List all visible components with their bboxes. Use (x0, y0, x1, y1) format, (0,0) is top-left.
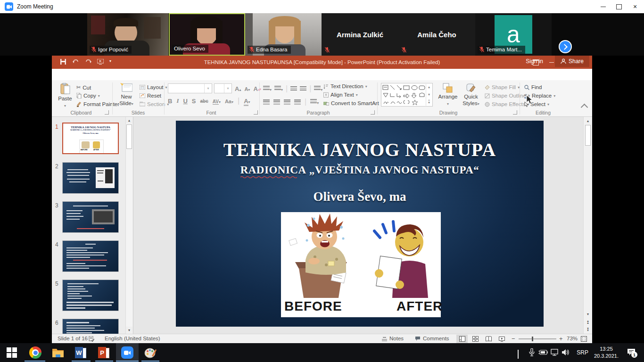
arrange-button[interactable]: Arrange▾ (437, 83, 459, 107)
font-name-combo[interactable]: ▾ (168, 83, 212, 93)
bullets-button[interactable]: ▾ (263, 84, 272, 93)
participant-tile-olivero[interactable]: Olivero Sevo (169, 13, 245, 56)
slide-sorter-view-button[interactable] (470, 335, 481, 343)
align-center-button[interactable] (273, 99, 280, 105)
fit-to-window-button[interactable] (581, 336, 587, 342)
paint-taskbar-icon[interactable] (144, 346, 157, 359)
action-center-icon[interactable]: 1 (627, 348, 636, 356)
zoom-in-button[interactable]: + (559, 334, 563, 343)
previous-slide-button[interactable]: ▴▴ (585, 319, 591, 325)
underline-button[interactable]: U (183, 98, 187, 105)
powerpoint-taskbar-icon[interactable]: P (98, 347, 109, 358)
cut-button[interactable]: ✂ Cut (76, 84, 91, 90)
redo-button[interactable] (85, 59, 91, 65)
share-button[interactable]: Share (555, 56, 589, 67)
participant-tile-igor[interactable]: Igor Popović (87, 13, 168, 56)
decrease-indent-button[interactable] (290, 86, 297, 91)
italic-button[interactable]: I (176, 97, 179, 105)
change-case-button[interactable]: Aa▾ (225, 97, 233, 105)
columns-button[interactable]: ▾ (310, 98, 319, 106)
scroll-down-arrow[interactable]: ▾ (126, 327, 132, 333)
reading-view-button[interactable] (483, 335, 494, 343)
justify-button[interactable] (294, 99, 301, 105)
align-right-button[interactable] (284, 99, 290, 105)
normal-view-button[interactable] (456, 335, 468, 343)
find-button[interactable]: Find (524, 84, 542, 90)
before-after-image[interactable]: BEFORE AFTER (281, 212, 441, 317)
shapes-gallery[interactable]: ▴▾▾ (381, 83, 433, 107)
align-text-button[interactable]: Align Text▾ (323, 92, 358, 98)
notes-toggle[interactable]: Notes (382, 334, 404, 343)
section-button[interactable]: Section▾ (140, 101, 169, 107)
zoom-taskbar-icon[interactable] (121, 346, 133, 359)
line-spacing-button[interactable]: ▾ (314, 84, 322, 93)
drawing-dialog-launcher[interactable] (513, 110, 517, 115)
slide-show-button[interactable] (496, 335, 507, 343)
tray-battery-icon[interactable] (538, 350, 548, 355)
slide-thumbnail-6[interactable] (62, 319, 119, 334)
format-painter-button[interactable]: Format Painter (76, 101, 119, 107)
undo-button[interactable] (73, 59, 79, 65)
tray-clock[interactable]: 13:25 20.3.2021. (590, 346, 622, 360)
layout-button[interactable]: Layout▾ (140, 84, 167, 90)
copy-button[interactable]: Copy ▾ (76, 93, 100, 99)
clipboard-dialog-launcher[interactable] (105, 110, 109, 115)
scroll-up-arrow[interactable]: ▴ (126, 117, 132, 123)
chrome-taskbar-icon[interactable] (29, 346, 41, 359)
paragraph-dialog-launcher[interactable] (371, 110, 375, 115)
text-direction-button[interactable]: Text Direction▾ (323, 83, 367, 89)
replace-button[interactable]: abac Replace▾ (524, 93, 555, 99)
scroll-up-arrow[interactable]: ▴ (585, 118, 591, 124)
character-spacing-button[interactable]: AV▾ (213, 97, 221, 105)
participant-tile-temima[interactable]: a Temima Mart... (475, 13, 552, 56)
scrollbar-thumb[interactable] (126, 124, 132, 149)
reset-button[interactable]: Reset (140, 93, 161, 99)
zoom-maximize-button[interactable] (611, 0, 627, 13)
zoom-slider-track[interactable] (519, 338, 556, 339)
zoom-close-button[interactable]: × (627, 0, 643, 13)
qat-customize-icon[interactable]: ▾ (109, 59, 111, 63)
font-color-button[interactable]: A▾ (244, 97, 250, 105)
decrease-font-size-button[interactable]: A▾ (244, 84, 250, 93)
comments-toggle[interactable]: Comments (415, 334, 449, 343)
next-slide-button[interactable]: ▾▾ (585, 326, 591, 332)
zoom-taskbar-highlight[interactable] (116, 343, 139, 362)
shape-effects-button[interactable]: Shape Effects▾ (485, 101, 529, 107)
tray-microphone-icon[interactable] (529, 348, 535, 356)
quick-styles-button[interactable]: Quick Styles▾ (460, 83, 482, 107)
file-explorer-taskbar-icon[interactable] (52, 347, 64, 358)
slide-thumbnail-3[interactable] (62, 201, 119, 233)
align-left-button[interactable] (263, 99, 270, 105)
convert-to-smartart-button[interactable]: Convert to SmartArt▾ (323, 100, 383, 106)
sign-in-link[interactable]: Sign in (526, 56, 543, 67)
zoom-minimize-button[interactable] (595, 0, 611, 13)
start-button[interactable] (7, 347, 17, 358)
start-from-beginning-button[interactable] (97, 59, 104, 65)
zoom-slider-thumb[interactable] (532, 337, 533, 341)
spellcheck-icon[interactable] (89, 336, 94, 342)
slide-thumbnail-4[interactable] (62, 240, 119, 272)
slide-thumbnail-5[interactable] (62, 280, 119, 311)
word-taskbar-icon[interactable]: W (75, 347, 86, 358)
tray-language-indicator[interactable]: SRP (577, 343, 588, 362)
participant-tile-edna[interactable]: Edna Basara (245, 13, 322, 56)
slide-canvas[interactable]: TEHNIKA JAVNOG NASTUPA RADIONICA „VJEŠTI… (176, 121, 544, 327)
save-button[interactable] (60, 59, 66, 65)
participant-tile-amila[interactable]: Amila Čeho (398, 13, 475, 56)
shapes-gallery-scroll[interactable]: ▴▾▾ (426, 84, 432, 106)
slide-thumbnail-1[interactable]: TEHNIKA JAVNOG NASTUPA RADIONICA „VJEŠTI… (62, 123, 119, 154)
participant-tile-armina[interactable]: Armina Zulkić (322, 13, 398, 56)
shape-fill-button[interactable]: Shape Fill▾ (485, 84, 520, 90)
new-slide-button[interactable]: New Slide▾ (116, 83, 137, 107)
select-button[interactable]: Select▾ (524, 101, 549, 107)
clear-formatting-button[interactable]: A (253, 84, 261, 93)
paste-button[interactable]: Paste▾ (57, 83, 74, 109)
zoom-percentage[interactable]: 73% (567, 334, 578, 343)
numbering-button[interactable]: ▾ (274, 84, 283, 93)
collapse-ribbon-button[interactable] (581, 104, 588, 111)
scrollbar-thumb[interactable] (585, 125, 591, 146)
tray-expand-chevron-icon[interactable] (518, 351, 519, 359)
font-dialog-launcher[interactable] (254, 110, 258, 115)
slide-thumbnail-2[interactable] (62, 162, 119, 194)
increase-font-size-button[interactable]: A▴ (235, 84, 241, 93)
